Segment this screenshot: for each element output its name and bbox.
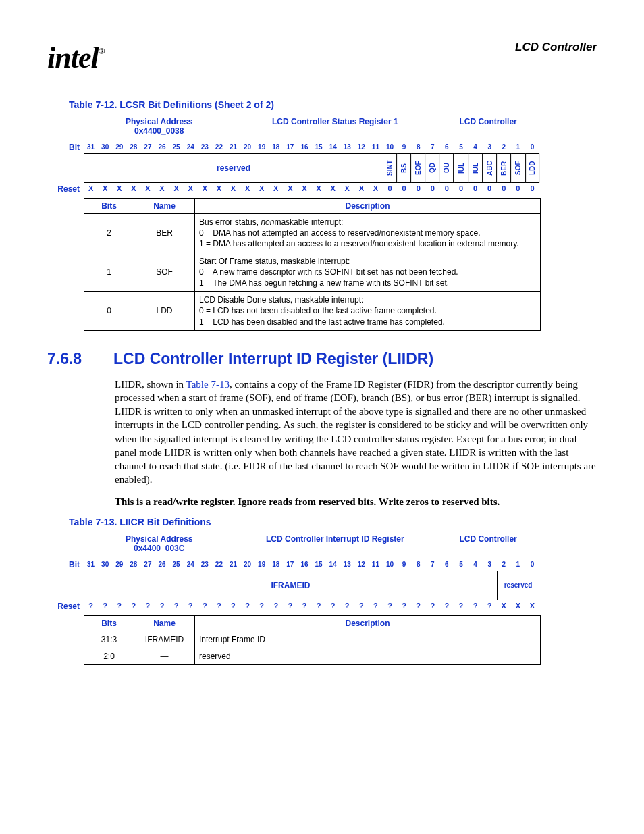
reg12-bitfields: reserved SINTBSEOFQDOUIULIULABCBERSOFLDD bbox=[47, 153, 597, 183]
reset-val: X bbox=[98, 184, 112, 192]
reset-val: ? bbox=[326, 602, 340, 610]
reset-val: 0 bbox=[483, 184, 497, 192]
bit-num: 17 bbox=[283, 143, 297, 151]
reset-val: 0 bbox=[468, 184, 483, 192]
bit-num: 12 bbox=[354, 561, 369, 568]
reset-val: ? bbox=[269, 602, 283, 610]
bitfield-sint: SINT bbox=[383, 153, 397, 183]
bitfield-iul: IUL bbox=[454, 153, 468, 183]
table-row: 2BERBus error status, nonmaskable interr… bbox=[84, 214, 541, 253]
reg12-header: Physical Address0x4400_0038 LCD Controll… bbox=[84, 117, 541, 136]
reset-val: 0 bbox=[454, 184, 468, 192]
table-row: 2:0—reserved bbox=[84, 648, 541, 665]
name-cell: SOF bbox=[134, 253, 195, 292]
bit-num: 26 bbox=[155, 143, 169, 151]
bitfield-eof: EOF bbox=[411, 153, 425, 183]
reset-val: X bbox=[269, 184, 283, 192]
bit-num: 29 bbox=[112, 561, 126, 568]
reset-val: ? bbox=[212, 602, 226, 610]
reset-val: ? bbox=[454, 602, 468, 610]
reset-val: ? bbox=[226, 602, 240, 610]
bit-num: 14 bbox=[326, 561, 340, 568]
bit-num: 25 bbox=[169, 561, 184, 568]
bit-num: 18 bbox=[269, 561, 283, 568]
reset-val: X bbox=[169, 184, 184, 192]
reset-val: X bbox=[326, 184, 340, 192]
reset-val: X bbox=[184, 184, 198, 192]
bit-num: 9 bbox=[397, 143, 411, 151]
reset-val: ? bbox=[354, 602, 369, 610]
heading-7-6-8: 7.6.8LCD Controller Interrupt ID Registe… bbox=[47, 350, 597, 368]
page-header: intel® LCD Controller bbox=[47, 41, 597, 75]
bit-num: 6 bbox=[439, 143, 454, 151]
bit-num: 16 bbox=[297, 143, 311, 151]
bitfield-ber: BER bbox=[497, 153, 511, 183]
bit-num: 13 bbox=[340, 561, 354, 568]
reset-val: ? bbox=[397, 602, 411, 610]
reset-val: X bbox=[226, 184, 240, 192]
reset-val: 0 bbox=[425, 184, 439, 192]
reset-val: X bbox=[126, 184, 140, 192]
reset-val: ? bbox=[98, 602, 112, 610]
desc-cell: Interrupt Frame ID bbox=[195, 631, 541, 648]
bitfield-ldd: LDD bbox=[525, 153, 539, 183]
reset-val: ? bbox=[340, 602, 354, 610]
reset-val: ? bbox=[254, 602, 269, 610]
bit-num: 1 bbox=[511, 143, 525, 151]
link-table-7-13[interactable]: Table 7-13 bbox=[186, 379, 230, 390]
reset-val: X bbox=[525, 602, 539, 610]
bit-num: 28 bbox=[126, 143, 140, 151]
bit-num: 26 bbox=[155, 561, 169, 568]
bit-num: 11 bbox=[369, 143, 383, 151]
reset-val: ? bbox=[425, 602, 439, 610]
reset-val: X bbox=[297, 184, 311, 192]
bitfield-sof: SOF bbox=[511, 153, 525, 183]
bits-cell: 0 bbox=[84, 292, 134, 331]
bit-num: 21 bbox=[226, 143, 240, 151]
name-cell: BER bbox=[134, 214, 195, 253]
reset-val: X bbox=[112, 184, 126, 192]
bit-num: 8 bbox=[411, 561, 425, 568]
bitfield-bs: BS bbox=[397, 153, 411, 183]
name-cell: LDD bbox=[134, 292, 195, 331]
bits-cell: 31:3 bbox=[84, 631, 134, 648]
bit-num: 14 bbox=[326, 143, 340, 151]
bit-num: 25 bbox=[169, 143, 184, 151]
bit-num: 16 bbox=[297, 561, 311, 568]
bit-num: 31 bbox=[84, 561, 98, 568]
reset-val: ? bbox=[439, 602, 454, 610]
reset-val: ? bbox=[283, 602, 297, 610]
reset-val: 0 bbox=[497, 184, 511, 192]
bit-num: 8 bbox=[411, 143, 425, 151]
bit-num: 27 bbox=[140, 561, 155, 568]
reset-val: 0 bbox=[439, 184, 454, 192]
bit-num: 3 bbox=[483, 561, 497, 568]
para-2: This is a read/write register. Ignore re… bbox=[115, 495, 597, 509]
bit-num: 6 bbox=[439, 561, 454, 568]
reset-val: ? bbox=[184, 602, 198, 610]
bit-num: 15 bbox=[312, 143, 326, 151]
bitfield-qd: QD bbox=[425, 153, 439, 183]
bit-num: 2 bbox=[497, 561, 511, 568]
bit-num: 22 bbox=[212, 561, 226, 568]
bit-num: 11 bbox=[369, 561, 383, 568]
bit-num: 3 bbox=[483, 143, 497, 151]
bit-num: 30 bbox=[98, 143, 112, 151]
reset-val: X bbox=[497, 602, 511, 610]
reset-val: 0 bbox=[411, 184, 425, 192]
reset-val: ? bbox=[383, 602, 397, 610]
reg12-bit-numbers: Bit 313029282726252423222120191817161514… bbox=[47, 142, 597, 152]
reg13-bitfields: IFRAMEID reserved bbox=[47, 571, 597, 600]
name-cell: — bbox=[134, 648, 195, 665]
reset-val: 0 bbox=[383, 184, 397, 192]
reset-val: X bbox=[198, 184, 212, 192]
bit-num: 0 bbox=[525, 561, 539, 568]
reg12-reset: Reset XXXXXXXXXXXXXXXXXXXXX00000000000 bbox=[47, 184, 597, 194]
reset-val: ? bbox=[198, 602, 212, 610]
bit-num: 19 bbox=[254, 561, 269, 568]
bit-num: 20 bbox=[240, 143, 254, 151]
reset-val: X bbox=[369, 184, 383, 192]
bit-num: 23 bbox=[198, 561, 212, 568]
table-row: 31:3IFRAMEIDInterrupt Frame ID bbox=[84, 631, 541, 648]
reset-val: X bbox=[283, 184, 297, 192]
